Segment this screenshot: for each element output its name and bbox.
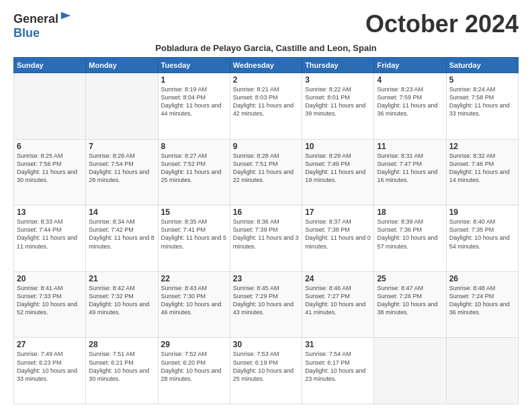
day-info: Sunrise: 7:51 AMSunset: 6:21 PMDaylight:… [89,350,154,383]
day-number: 10 [305,142,371,151]
calendar-cell: 6Sunrise: 8:25 AMSunset: 7:56 PMDaylight… [14,139,86,205]
day-info: Sunrise: 8:37 AMSunset: 7:38 PMDaylight:… [305,218,371,250]
day-number: 14 [89,208,154,217]
page: General Blue October 2024 Pobladura de P… [0,0,532,411]
day-info: Sunrise: 8:40 AMSunset: 7:35 PMDaylight:… [449,218,515,250]
day-number: 18 [377,208,443,217]
calendar-cell [374,338,446,404]
calendar-cell: 5Sunrise: 8:24 AMSunset: 7:58 PMDaylight… [446,73,518,140]
day-number: 23 [233,274,299,283]
day-header-friday: Friday [374,58,446,73]
calendar-header-row: SundayMondayTuesdayWednesdayThursdayFrid… [14,58,519,73]
day-info: Sunrise: 8:23 AMSunset: 7:59 PMDaylight:… [377,85,443,118]
calendar-cell: 30Sunrise: 7:53 AMSunset: 6:19 PMDayligh… [230,338,302,404]
day-number: 3 [305,75,371,85]
calendar-cell: 25Sunrise: 8:47 AMSunset: 7:26 PMDayligh… [374,271,446,338]
day-number: 22 [161,274,227,283]
day-info: Sunrise: 8:31 AMSunset: 7:47 PMDaylight:… [377,152,443,185]
calendar-cell: 14Sunrise: 8:34 AMSunset: 7:42 PMDayligh… [86,205,158,272]
calendar-week-5: 27Sunrise: 7:49 AMSunset: 6:23 PMDayligh… [14,338,519,404]
day-info: Sunrise: 8:35 AMSunset: 7:41 PMDaylight:… [161,218,227,250]
day-header-monday: Monday [86,58,158,73]
calendar-cell: 13Sunrise: 8:33 AMSunset: 7:44 PMDayligh… [14,205,86,272]
day-number: 7 [89,142,154,151]
calendar-week-2: 6Sunrise: 8:25 AMSunset: 7:56 PMDaylight… [14,139,519,205]
day-info: Sunrise: 8:32 AMSunset: 7:46 PMDaylight:… [449,152,515,185]
day-info: Sunrise: 8:46 AMSunset: 7:27 PMDaylight:… [305,284,371,317]
day-number: 2 [233,75,299,85]
calendar-cell: 7Sunrise: 8:26 AMSunset: 7:54 PMDaylight… [86,139,158,205]
day-number: 28 [89,340,154,349]
day-number: 30 [233,340,299,349]
day-number: 4 [377,75,443,85]
day-header-saturday: Saturday [446,58,518,73]
day-info: Sunrise: 8:41 AMSunset: 7:33 PMDaylight:… [17,284,83,317]
day-info: Sunrise: 8:27 AMSunset: 7:52 PMDaylight:… [161,152,227,185]
logo-general-text: General [13,12,58,26]
day-info: Sunrise: 8:36 AMSunset: 7:39 PMDaylight:… [233,218,299,250]
day-number: 17 [305,208,371,217]
day-number: 15 [161,208,227,217]
logo-blue-text: Blue [13,26,40,40]
day-info: Sunrise: 7:52 AMSunset: 6:20 PMDaylight:… [161,350,227,383]
day-number: 1 [161,75,227,85]
calendar-cell: 21Sunrise: 8:42 AMSunset: 7:32 PMDayligh… [86,271,158,338]
calendar-cell: 19Sunrise: 8:40 AMSunset: 7:35 PMDayligh… [446,205,518,272]
day-number: 6 [17,142,83,151]
day-info: Sunrise: 8:22 AMSunset: 8:01 PMDaylight:… [305,85,371,118]
calendar-cell: 28Sunrise: 7:51 AMSunset: 6:21 PMDayligh… [86,338,158,404]
calendar-cell: 9Sunrise: 8:28 AMSunset: 7:51 PMDaylight… [230,139,302,205]
day-info: Sunrise: 8:28 AMSunset: 7:51 PMDaylight:… [233,152,299,185]
calendar-cell: 16Sunrise: 8:36 AMSunset: 7:39 PMDayligh… [230,205,302,272]
calendar-cell: 3Sunrise: 8:22 AMSunset: 8:01 PMDaylight… [302,73,374,140]
calendar-cell [14,73,86,140]
day-number: 31 [305,340,371,349]
day-info: Sunrise: 8:24 AMSunset: 7:58 PMDaylight:… [449,85,515,118]
calendar-cell: 17Sunrise: 8:37 AMSunset: 7:38 PMDayligh… [302,205,374,272]
calendar-cell: 18Sunrise: 8:39 AMSunset: 7:36 PMDayligh… [374,205,446,272]
day-number: 29 [161,340,227,349]
calendar-cell: 24Sunrise: 8:46 AMSunset: 7:27 PMDayligh… [302,271,374,338]
header: General Blue October 2024 [13,11,519,40]
calendar-cell: 10Sunrise: 8:29 AMSunset: 7:49 PMDayligh… [302,139,374,205]
day-header-wednesday: Wednesday [230,58,302,73]
calendar-week-4: 20Sunrise: 8:41 AMSunset: 7:33 PMDayligh… [14,271,519,338]
calendar-cell [446,338,518,404]
month-title: October 2024 [365,11,519,38]
day-number: 27 [17,340,83,349]
calendar-cell: 29Sunrise: 7:52 AMSunset: 6:20 PMDayligh… [158,338,230,404]
day-info: Sunrise: 8:34 AMSunset: 7:42 PMDaylight:… [89,218,154,250]
day-info: Sunrise: 8:33 AMSunset: 7:44 PMDaylight:… [17,218,83,250]
day-info: Sunrise: 7:53 AMSunset: 6:19 PMDaylight:… [233,350,299,383]
svg-marker-0 [61,12,71,19]
day-info: Sunrise: 8:21 AMSunset: 8:03 PMDaylight:… [233,85,299,118]
calendar-table: SundayMondayTuesdayWednesdayThursdayFrid… [13,57,519,404]
day-number: 24 [305,274,371,283]
day-info: Sunrise: 7:49 AMSunset: 6:23 PMDaylight:… [17,350,83,383]
calendar-cell: 2Sunrise: 8:21 AMSunset: 8:03 PMDaylight… [230,73,302,140]
day-number: 25 [377,274,443,283]
day-number: 13 [17,208,83,217]
day-info: Sunrise: 8:42 AMSunset: 7:32 PMDaylight:… [89,284,154,317]
day-info: Sunrise: 8:19 AMSunset: 8:04 PMDaylight:… [161,85,227,118]
day-header-tuesday: Tuesday [158,58,230,73]
day-number: 5 [449,75,515,85]
calendar-week-1: 1Sunrise: 8:19 AMSunset: 8:04 PMDaylight… [14,73,519,140]
calendar-cell: 1Sunrise: 8:19 AMSunset: 8:04 PMDaylight… [158,73,230,140]
calendar-cell [86,73,158,140]
day-number: 26 [449,274,515,283]
calendar-cell: 31Sunrise: 7:54 AMSunset: 6:17 PMDayligh… [302,338,374,404]
day-number: 16 [233,208,299,217]
calendar-cell: 22Sunrise: 8:43 AMSunset: 7:30 PMDayligh… [158,271,230,338]
day-number: 21 [89,274,154,283]
calendar-cell: 20Sunrise: 8:41 AMSunset: 7:33 PMDayligh… [14,271,86,338]
day-header-sunday: Sunday [14,58,86,73]
day-info: Sunrise: 8:25 AMSunset: 7:56 PMDaylight:… [17,152,83,185]
logo: General Blue [13,11,72,40]
day-info: Sunrise: 8:29 AMSunset: 7:49 PMDaylight:… [305,152,371,185]
day-info: Sunrise: 8:39 AMSunset: 7:36 PMDaylight:… [377,218,443,250]
title-area: October 2024 [365,11,519,38]
calendar-cell: 12Sunrise: 8:32 AMSunset: 7:46 PMDayligh… [446,139,518,205]
day-header-thursday: Thursday [302,58,374,73]
day-info: Sunrise: 8:26 AMSunset: 7:54 PMDaylight:… [89,152,154,185]
